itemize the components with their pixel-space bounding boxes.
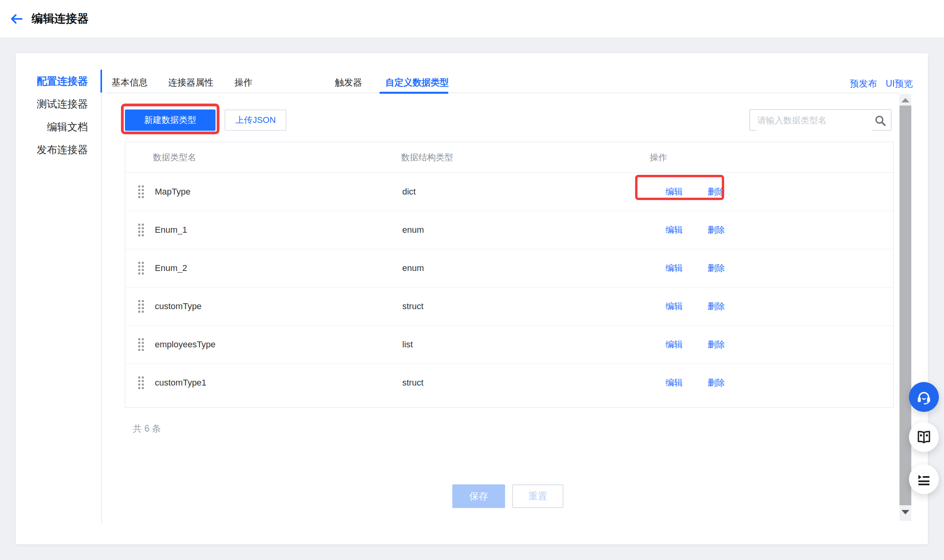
vertical-scrollbar[interactable] [899,94,911,521]
row-struct-type: struct [402,287,424,325]
drag-handle-icon[interactable] [138,338,144,351]
new-data-type-button[interactable]: 新建数据类型 [125,109,216,131]
table-row: customType struct 编辑 删除 [125,287,893,326]
edit-link[interactable]: 编辑 [665,173,683,211]
search-icon[interactable] [874,115,886,126]
row-name: customType1 [155,364,206,402]
row-name: Enum_1 [155,211,187,249]
tab-connector-properties[interactable]: 连接器属性 [168,76,214,92]
row-name: Enum_2 [155,249,187,287]
scroll-up-arrow-icon[interactable] [901,98,909,102]
search-input[interactable] [756,110,872,131]
task-list-button[interactable] [909,464,939,494]
upload-json-button[interactable]: 上传JSON [225,109,286,131]
pre-release-link[interactable]: 预发布 [850,78,877,90]
documentation-button[interactable] [909,422,939,452]
headset-icon [915,388,933,406]
active-tab-indicator [379,92,448,94]
sidebar-item-edit-docs[interactable]: 编辑文档 [16,115,101,138]
drag-handle-icon[interactable] [138,262,144,274]
edit-connector-page: 编辑连接器 配置连接器 测试连接器 编辑文档 发布连接器 基本信息 连接器属性 … [0,0,944,560]
row-struct-type: struct [402,364,424,402]
delete-link[interactable]: 删除 [708,249,725,287]
drag-handle-icon[interactable] [138,224,144,236]
edit-link[interactable]: 编辑 [665,249,683,287]
column-header-actions: 操作 [650,142,667,172]
sidebar-active-indicator [100,70,102,93]
tab-triggers[interactable]: 触发器 [335,76,362,92]
delete-link[interactable]: 删除 [708,364,725,402]
sidebar: 配置连接器 测试连接器 编辑文档 发布连接器 [16,70,102,524]
sidebar-item-label: 发布连接器 [37,144,88,156]
edit-link[interactable]: 编辑 [665,287,683,325]
tab-operations[interactable]: 操作 [234,76,253,92]
indent-list-icon [916,471,932,488]
table-row: MapType dict 编辑 删除 [125,173,893,211]
tab-custom-data-types[interactable]: 自定义数据类型 [385,76,449,92]
sidebar-item-label: 配置连接器 [37,75,88,87]
back-arrow-icon[interactable] [9,12,24,26]
sidebar-item-test-connector[interactable]: 测试连接器 [16,93,101,115]
page-header: 编辑连接器 [0,0,944,37]
tab-basic-info[interactable]: 基本信息 [111,76,148,92]
delete-link[interactable]: 删除 [708,211,725,249]
drag-handle-icon[interactable] [138,300,144,313]
top-right-links: 预发布 UI预览 [850,78,913,90]
table-row: employeesType list 编辑 删除 [125,326,893,364]
page-title: 编辑连接器 [32,11,89,27]
data-types-table: 数据类型名 数据结构类型 操作 MapType dict 编辑 删除 Enum_… [125,142,894,408]
row-struct-type: dict [402,173,416,211]
edit-link[interactable]: 编辑 [665,326,683,363]
reset-button[interactable]: 重置 [512,484,563,508]
sidebar-item-label: 编辑文档 [47,121,88,133]
row-struct-type: list [402,326,413,363]
column-header-type-name: 数据类型名 [153,142,196,172]
connector-config-card: 配置连接器 测试连接器 编辑文档 发布连接器 基本信息 连接器属性 操作 触发器… [16,53,928,544]
table-row: customType1 struct 编辑 删除 [125,364,893,402]
table-row: Enum_2 enum 编辑 删除 [125,249,893,287]
delete-link[interactable]: 删除 [708,287,725,325]
ui-preview-link[interactable]: UI预览 [886,78,913,90]
open-book-icon [916,429,932,445]
tabs-divider [106,93,899,93]
row-name: MapType [155,173,191,211]
delete-link[interactable]: 删除 [708,326,725,363]
save-button[interactable]: 保存 [452,484,505,508]
customer-service-button[interactable] [909,382,939,412]
table-row: Enum_1 enum 编辑 删除 [125,211,893,249]
table-header-row: 数据类型名 数据结构类型 操作 [125,142,893,173]
total-count-label: 共 6 条 [133,423,161,435]
sidebar-item-publish-connector[interactable]: 发布连接器 [16,138,101,161]
search-box [749,109,892,131]
sidebar-item-label: 测试连接器 [37,98,88,110]
column-header-struct-type: 数据结构类型 [401,142,453,172]
row-name: employeesType [155,326,216,363]
drag-handle-icon[interactable] [138,376,144,389]
row-name: customType [155,287,202,325]
scroll-down-arrow-icon[interactable] [901,510,909,514]
delete-link[interactable]: 删除 [708,173,725,211]
row-struct-type: enum [402,249,424,287]
edit-link[interactable]: 编辑 [665,364,683,402]
drag-handle-icon[interactable] [138,185,144,198]
edit-link[interactable]: 编辑 [665,211,683,249]
row-struct-type: enum [402,211,424,249]
sidebar-item-configure-connector[interactable]: 配置连接器 [16,70,101,93]
scrollbar-thumb[interactable] [899,106,911,505]
